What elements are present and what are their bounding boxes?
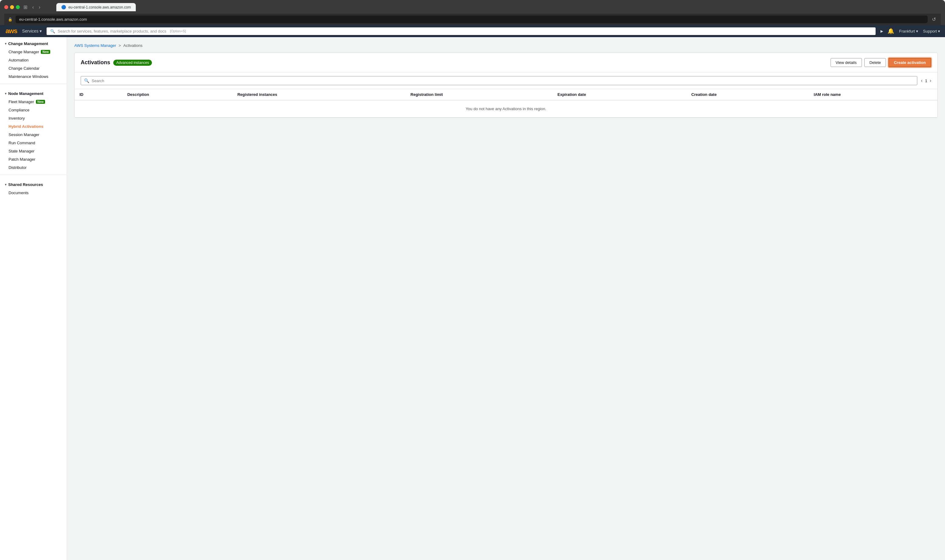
chevron-down-icon: ▾	[5, 183, 6, 186]
activations-panel: Activations Advanced instances View deta…	[74, 53, 938, 118]
panel-search: 🔍 ‹ 1 ›	[75, 72, 937, 89]
sidebar-item-change-calendar[interactable]: Change Calendar	[0, 64, 67, 72]
traffic-light-green[interactable]	[16, 5, 20, 9]
sidebar: ▾ Change Management Change Manager New A…	[0, 37, 67, 560]
address-bar[interactable]: eu-central-1.console.aws.amazon.com	[15, 15, 928, 23]
view-details-button[interactable]: View details	[831, 58, 862, 67]
sidebar-item-session-manager[interactable]: Session Manager	[0, 131, 67, 139]
panel-header: Activations Advanced instances View deta…	[75, 53, 937, 72]
sidebar-item-run-command[interactable]: Run Command	[0, 139, 67, 147]
col-registered-instances: Registered instances	[232, 89, 406, 100]
col-description: Description	[122, 89, 232, 100]
panel-actions: View details Delete Create activation	[831, 58, 931, 67]
search-icon: 🔍	[84, 78, 89, 83]
main-content: AWS Systems Manager > Activations Activa…	[67, 37, 945, 560]
new-badge: New	[36, 100, 45, 104]
traffic-light-yellow[interactable]	[10, 5, 14, 9]
region-selector[interactable]: Frankfurt ▾	[899, 29, 918, 34]
sidebar-item-change-manager[interactable]: Change Manager New	[0, 48, 67, 56]
support-menu[interactable]: Support ▾	[923, 29, 940, 34]
new-badge: New	[41, 50, 50, 54]
search-input[interactable]	[92, 78, 914, 83]
advanced-instances-badge: Advanced instances	[113, 60, 152, 66]
sidebar-item-automation[interactable]: Automation	[0, 56, 67, 64]
pagination: ‹ 1 ›	[921, 78, 931, 83]
col-registration-limit: Registration limit	[406, 89, 553, 100]
sidebar-item-fleet-manager[interactable]: Fleet Manager New	[0, 98, 67, 106]
terminal-icon[interactable]: ▸	[880, 28, 883, 34]
sidebar-item-documents[interactable]: Documents	[0, 189, 67, 197]
pagination-next-btn[interactable]: ›	[930, 78, 931, 83]
col-creation-date: Creation date	[686, 89, 809, 100]
col-id: ID	[75, 89, 122, 100]
forward-btn[interactable]: ›	[37, 5, 42, 10]
url-text: eu-central-1.console.aws.amazon.com	[19, 17, 87, 22]
chevron-down-icon: ▾	[5, 42, 6, 45]
create-activation-button[interactable]: Create activation	[888, 58, 931, 67]
col-expiration-date: Expiration date	[553, 89, 686, 100]
activations-table-container: ID Description Registered instances Regi…	[75, 89, 937, 117]
browser-tab[interactable]: 🔵 eu-central-1.console.aws.amazon.com	[56, 3, 136, 11]
table-header-row: ID Description Registered instances Regi…	[75, 89, 937, 100]
bell-icon[interactable]: 🔔	[888, 28, 894, 34]
table-empty-row: You do not have any Activations in this …	[75, 100, 937, 117]
nav-icons: ▸ 🔔	[880, 28, 894, 34]
search-input-wrapper[interactable]: 🔍	[81, 76, 917, 85]
sidebar-section-change-management[interactable]: ▾ Change Management	[0, 37, 67, 48]
sidebar-section-shared-resources[interactable]: ▾ Shared Resources	[0, 178, 67, 189]
breadcrumb-separator: >	[119, 43, 121, 48]
sidebar-item-compliance[interactable]: Compliance	[0, 106, 67, 114]
reload-btn[interactable]: ↺	[931, 17, 937, 22]
sidebar-section-node-management[interactable]: ▾ Node Management	[0, 87, 67, 98]
sidebar-item-hybrid-activations[interactable]: Hybrid Activations	[0, 122, 67, 131]
services-menu-btn[interactable]: Services ▾	[22, 29, 42, 34]
sidebar-item-maintenance-windows[interactable]: Maintenance Windows	[0, 72, 67, 81]
breadcrumb: AWS Systems Manager > Activations	[74, 43, 938, 48]
panel-title: Activations	[81, 59, 110, 66]
tab-title: eu-central-1.console.aws.amazon.com	[69, 5, 131, 9]
breadcrumb-current: Activations	[123, 43, 143, 48]
lock-icon: 🔒	[8, 17, 12, 22]
activations-table: ID Description Registered instances Regi…	[75, 89, 937, 117]
sidebar-item-distributor[interactable]: Distributor	[0, 163, 67, 172]
panel-title-row: Activations Advanced instances	[81, 59, 152, 66]
sidebar-toggle-btn[interactable]: ⊞	[22, 4, 29, 10]
traffic-light-red[interactable]	[4, 5, 8, 9]
global-search-bar[interactable]: 🔍 Search for services, features, marketp…	[46, 28, 876, 35]
pagination-page: 1	[925, 78, 927, 83]
chevron-down-icon: ▾	[5, 92, 6, 95]
sidebar-item-patch-manager[interactable]: Patch Manager	[0, 155, 67, 163]
sidebar-item-state-manager[interactable]: State Manager	[0, 147, 67, 155]
aws-top-nav: aws Services ▾ 🔍 Search for services, fe…	[0, 25, 945, 37]
breadcrumb-parent-link[interactable]: AWS Systems Manager	[74, 43, 116, 48]
search-icon: 🔍	[50, 29, 55, 34]
col-iam-role-name: IAM role name	[809, 89, 937, 100]
back-btn[interactable]: ‹	[31, 5, 35, 10]
pagination-prev-btn[interactable]: ‹	[921, 78, 922, 83]
aws-logo: aws	[5, 27, 17, 35]
delete-button[interactable]: Delete	[864, 58, 886, 67]
sidebar-item-inventory[interactable]: Inventory	[0, 114, 67, 122]
empty-message: You do not have any Activations in this …	[75, 100, 937, 117]
